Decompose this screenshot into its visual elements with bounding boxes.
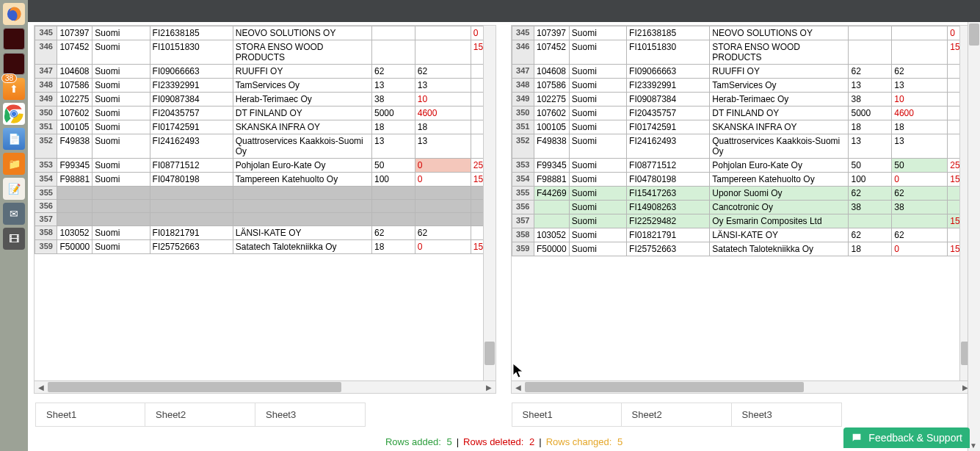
cell-id[interactable]: 104608 <box>534 65 569 79</box>
firefox-icon[interactable] <box>3 3 25 25</box>
cell-id[interactable]: 107586 <box>57 79 92 93</box>
cell-company[interactable]: Satatech Talotekniikka Oy <box>233 240 371 254</box>
cell-company[interactable]: RUUFFI OY <box>233 65 371 79</box>
page-vertical-scrollbar[interactable]: ▼ <box>968 22 980 451</box>
row-header[interactable]: 358 <box>35 226 57 240</box>
cell-val-a[interactable] <box>371 200 415 213</box>
cell-id[interactable]: 100105 <box>57 120 92 134</box>
cell-val-a[interactable] <box>371 213 415 226</box>
cell-val-b[interactable]: 0 <box>892 173 948 187</box>
row-header[interactable]: 356 <box>35 200 57 213</box>
cell-country[interactable] <box>92 187 150 200</box>
row-header[interactable]: 351 <box>512 120 534 134</box>
left-grid-viewport[interactable]: 345107397SuomiFI21638185NEOVO SOLUTIONS … <box>35 26 496 380</box>
table-row[interactable]: 356SuomiFI14908263Cancotronic Oy3838 <box>512 201 972 214</box>
cell-id[interactable]: F49838 <box>57 134 92 159</box>
cell-val-a[interactable]: 13 <box>849 79 892 93</box>
cell-vat[interactable]: FI01821791 <box>150 226 233 240</box>
table-row[interactable]: 348107586SuomiFI23392991TamServices Oy13… <box>512 79 972 93</box>
row-header[interactable]: 347 <box>512 65 534 79</box>
cell-company[interactable]: TamServices Oy <box>710 79 849 93</box>
sheet-tab[interactable]: Sheet3 <box>732 403 842 427</box>
cell-country[interactable] <box>92 200 150 213</box>
cell-val-b[interactable]: 18 <box>892 120 948 134</box>
cell-company[interactable]: STORA ENSO WOOD PRODUCTS <box>710 40 849 65</box>
cell-company[interactable]: Herab-Terimaec Oy <box>233 93 371 107</box>
cell-id[interactable]: 107397 <box>57 26 92 40</box>
cell-val-a[interactable]: 18 <box>849 242 892 256</box>
cell-vat[interactable]: FI10151830 <box>150 40 233 65</box>
cell-val-b[interactable] <box>415 26 471 40</box>
cell-id[interactable]: 102275 <box>534 93 569 107</box>
cell-val-a[interactable]: 38 <box>849 201 892 214</box>
cell-id[interactable]: 107602 <box>57 107 92 120</box>
cell-id[interactable] <box>534 214 569 228</box>
row-header[interactable]: 350 <box>35 107 57 120</box>
table-row[interactable]: 354F98881SuomiFI04780198Tampereen Katehu… <box>35 173 496 187</box>
cell-id[interactable]: 103052 <box>57 226 92 240</box>
cell-val-a[interactable]: 62 <box>371 65 415 79</box>
row-header[interactable]: 346 <box>512 40 534 65</box>
cell-val-a[interactable]: 38 <box>371 93 415 107</box>
cell-val-a[interactable]: 62 <box>849 187 892 201</box>
cell-val-b[interactable]: 13 <box>892 79 948 93</box>
cell-val-b[interactable]: 50 <box>892 159 948 173</box>
cell-company[interactable]: DT FINLAND OY <box>710 107 849 120</box>
cell-val-a[interactable]: 18 <box>371 240 415 254</box>
table-row[interactable]: 354F98881SuomiFI04780198Tampereen Katehu… <box>512 173 972 187</box>
document-viewer-icon[interactable]: 📄 <box>3 128 25 150</box>
sheet-tab[interactable]: Sheet1 <box>512 403 622 427</box>
cell-vat[interactable]: FI24162493 <box>627 134 710 159</box>
row-header[interactable]: 345 <box>512 26 534 40</box>
cell-vat[interactable]: FI01821791 <box>627 228 710 242</box>
table-row[interactable]: 352F49838SuomiFI24162493Quattroservices … <box>512 134 972 159</box>
cell-id[interactable]: 107452 <box>57 40 92 65</box>
cell-val-a[interactable]: 13 <box>371 79 415 93</box>
cell-vat[interactable]: FI08771512 <box>150 159 233 173</box>
cell-id[interactable]: 104608 <box>57 65 92 79</box>
right-grid[interactable]: 345107397SuomiFI21638185NEOVO SOLUTIONS … <box>512 26 973 256</box>
cell-val-b[interactable] <box>892 214 948 228</box>
row-header[interactable]: 351 <box>35 120 57 134</box>
row-header[interactable]: 352 <box>35 134 57 159</box>
cell-vat[interactable]: FI23392991 <box>150 79 233 93</box>
table-row[interactable]: 346107452SuomiFI10151830STORA ENSO WOOD … <box>512 40 972 65</box>
left-vertical-scrollbar[interactable] <box>483 26 496 380</box>
cell-val-a[interactable] <box>849 214 892 228</box>
mail-icon[interactable]: ✉ <box>3 203 25 225</box>
cell-country[interactable]: Suomi <box>92 120 150 134</box>
cell-val-b[interactable]: 62 <box>892 228 948 242</box>
cell-vat[interactable]: FI21638185 <box>627 26 710 40</box>
table-row[interactable]: 350107602SuomiFI20435757DT FINLAND OY500… <box>35 107 496 120</box>
cell-id[interactable]: 107602 <box>534 107 569 120</box>
scroll-down-arrow-icon[interactable]: ▼ <box>970 441 977 450</box>
left-grid[interactable]: 345107397SuomiFI21638185NEOVO SOLUTIONS … <box>35 26 496 254</box>
cell-vat[interactable]: FI23392991 <box>627 79 710 93</box>
cell-company[interactable]: NEOVO SOLUTIONS OY <box>710 26 849 40</box>
cell-vat[interactable]: FI20435757 <box>627 107 710 120</box>
cell-company[interactable]: Tampereen Katehuolto Oy <box>710 173 849 187</box>
table-row[interactable]: 345107397SuomiFI21638185NEOVO SOLUTIONS … <box>512 26 972 40</box>
cell-vat[interactable]: FI01742591 <box>150 120 233 134</box>
cell-country[interactable]: Suomi <box>569 201 626 214</box>
cell-country[interactable]: Suomi <box>569 228 626 242</box>
cell-id[interactable] <box>57 200 92 213</box>
cell-id[interactable]: F49838 <box>534 134 569 159</box>
sheet-tab[interactable]: Sheet2 <box>145 403 255 427</box>
cell-id[interactable]: F50000 <box>534 242 569 256</box>
cell-company[interactable] <box>233 213 371 226</box>
scroll-left-arrow-icon[interactable]: ◀ <box>513 382 523 392</box>
right-horizontal-scrollbar[interactable]: ◀ ▶ <box>512 380 973 393</box>
cell-company[interactable]: Pohjolan Euro-Kate Oy <box>233 159 371 173</box>
cell-val-a[interactable]: 62 <box>371 226 415 240</box>
cell-vat[interactable]: FI25752663 <box>150 240 233 254</box>
cell-val-b[interactable]: 38 <box>892 201 948 214</box>
cell-vat[interactable]: FI04780198 <box>627 173 710 187</box>
table-row[interactable]: 346107452SuomiFI10151830STORA ENSO WOOD … <box>35 40 496 65</box>
cell-val-a[interactable]: 62 <box>849 228 892 242</box>
cell-id[interactable] <box>57 187 92 200</box>
cell-val-a[interactable]: 18 <box>371 120 415 134</box>
cell-company[interactable]: Quattroservices Kaakkois-Suomi Oy <box>233 134 371 159</box>
cell-val-a[interactable]: 50 <box>849 159 892 173</box>
cell-country[interactable]: Suomi <box>92 107 150 120</box>
